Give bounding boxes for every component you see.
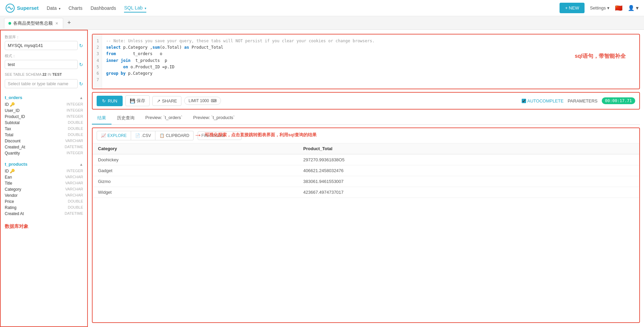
nav-charts[interactable]: Charts [69,4,82,12]
table-header-row: Category Product_Total [93,143,639,154]
filter-results-input[interactable] [198,131,242,140]
table-row: Widget 423667.4974737017 [93,187,639,198]
results-table: Category Product_Total Doohickey 297270.… [93,143,639,198]
table-row: DiscountVARCHAR [5,138,83,144]
superset-logo-icon [5,3,15,13]
autocomplete-toggle[interactable]: AUTOCOMPLETE [522,98,564,103]
t-orders-section: t_orders ▲ ID 🔑INTEGER User_IDINTEGER Pr… [5,94,83,156]
schema-select[interactable]: test [5,60,78,69]
line-numbers: 1234567 [93,34,102,89]
nav-right: + NEW Settings ▾ 🇨🇳 👤 ▾ [560,3,639,13]
table-row: Gizmo 383061.9461553007 [93,176,639,187]
toolbar-right: AUTOCOMPLETE PARAMETERS 00:00:17.71 [522,97,635,104]
content-wrapper: 各商品类型销售总额 × + 数据库： MYSQL mysql141 ↻ 模式： … [0,16,644,327]
table-row: Gadget 406621.2458032476 [93,165,639,176]
table-row: Product_IDINTEGER [5,114,83,120]
schema-refresh-button[interactable]: ↻ [79,62,83,67]
new-button[interactable]: + NEW [560,3,585,13]
limit-badge[interactable]: LIMIT 1000 ⌨ [184,97,221,105]
save-icon: 💾 [130,98,135,103]
results-tbody: Doohickey 297270.99361838O5 Gadget 40662… [93,154,639,198]
table-row: Created_AtDATETIME [5,144,83,150]
main-area: 数据库： MYSQL mysql141 ↻ 模式： test ↻ SEE TAB… [0,30,644,327]
table-select[interactable]: Select table or type table name [5,79,78,88]
settings-button[interactable]: Settings ▾ [590,5,610,10]
tab-preview-products[interactable]: Preview: `t_products` [188,112,240,124]
chart-icon: 📈 [101,133,106,138]
tab-bar: 各商品类型销售总额 × + [0,16,644,30]
t-products-chevron: ▲ [79,162,83,166]
table-row: TaxDOUBLE [5,126,83,132]
share-button[interactable]: ↗ SHARE [152,96,181,106]
clipboard-button[interactable]: 📋 CLIPBOARD [155,131,194,140]
table-row: SubtotalDOUBLE [5,120,83,126]
tab-label: 各商品类型销售总额 [13,20,53,26]
right-content: 1234567 -- Note: Unless you save your qu… [88,30,644,327]
parameters-button[interactable]: PARAMETERS [568,98,598,103]
csv-icon: 📄 [135,133,140,138]
table-row: TotalDOUBLE [5,132,83,138]
sql-toolbar: ↻ RUN 💾 保存 ↗ SHARE LIMIT 1000 ⌨ [92,92,640,110]
col-header-category: Category [93,143,298,154]
db-label: 数据库： [5,34,83,40]
language-flag[interactable]: 🇨🇳 [615,4,622,12]
db-select-row: MYSQL mysql141 ↻ [5,41,83,50]
logo-text: Superset [17,5,39,11]
t-products-label: t_products [5,162,27,167]
see-schema-label: SEE TABLE SCHEMA 22 IN TEST [5,72,83,76]
tab-close-button[interactable]: × [55,21,59,26]
table-row: Created AtDATETIME [5,211,83,217]
timer-badge: 00:00:17.71 [602,97,635,104]
t-orders-cols: ID 🔑INTEGER User_IDINTEGER Product_IDINT… [5,101,83,156]
save-button[interactable]: 💾 保存 [125,95,150,106]
table-row: QuantityINTEGER [5,150,83,156]
sql-code-area[interactable]: -- Note: Unless you save your query, the… [102,34,639,89]
csv-button[interactable]: 📄 .CSV [131,131,155,140]
results-content: 📈 EXPLORE 📄 .CSV 📋 CLIPBOARD [92,127,640,323]
left-sidebar: 数据库： MYSQL mysql141 ↻ 模式： test ↻ SEE TAB… [0,30,88,327]
schema-label: 模式： [5,53,83,59]
table-row: VendorVARCHAR [5,192,83,198]
table-row: CategoryVARCHAR [5,186,83,192]
tab-add-button[interactable]: + [65,18,74,28]
nav-data[interactable]: Data ▾ [47,4,60,12]
t-orders-chevron: ▲ [79,96,83,100]
user-menu[interactable]: 👤 ▾ [628,5,639,11]
table-row: EanVARCHAR [5,174,83,180]
explore-button[interactable]: 📈 EXPLORE [97,131,131,140]
sidebar-annotation: 数据库对象 [5,224,83,230]
table-select-row: Select table or type table name ↻ [5,79,83,88]
table-row: PriceDOUBLE [5,198,83,205]
tab-query[interactable]: 各商品类型销售总额 × [4,18,63,28]
db-refresh-button[interactable]: ↻ [79,43,83,48]
share-icon: ↗ [157,98,160,103]
table-row: Doohickey 297270.99361838O5 [93,154,639,165]
nav-sqllab[interactable]: SQL Lab ▾ [124,4,146,13]
table-row: TitleVARCHAR [5,180,83,186]
tab-results[interactable]: 结果 [92,112,112,124]
t-products-section: t_products ▲ ID 🔑INTEGER EanVARCHAR Titl… [5,160,83,217]
table-row: ID 🔑INTEGER [5,168,83,174]
autocomplete-checkbox[interactable] [522,99,526,103]
nav-dashboards[interactable]: Dashboards [91,4,116,12]
run-icon: ↻ [102,98,106,103]
results-tabs: 结果 历史查询 Preview: `t_orders` Preview: `t_… [92,112,640,125]
clipboard-icon: 📋 [159,133,165,138]
sql-editor[interactable]: 1234567 -- Note: Unless you save your qu… [93,34,639,89]
run-button[interactable]: ↻ RUN [97,96,123,106]
t-products-cols: ID 🔑INTEGER EanVARCHAR TitleVARCHAR Cate… [5,168,83,217]
t-orders-header[interactable]: t_orders ▲ [5,94,83,101]
top-nav: Superset Data ▾ Charts Dashboards SQL La… [0,0,644,16]
keyboard-icon: ⌨ [211,98,217,103]
tab-history[interactable]: 历史查询 [112,112,140,124]
col-header-total: Product_Total [298,143,639,154]
database-select[interactable]: MYSQL mysql141 [5,41,78,50]
t-orders-label: t_orders [5,95,22,100]
results-action-bar: 📈 EXPLORE 📄 .CSV 📋 CLIPBOARD [93,128,639,143]
logo[interactable]: Superset [5,3,39,13]
tab-active-dot [8,22,11,25]
tab-preview-orders[interactable]: Preview: `t_orders` [140,112,188,124]
sql-editor-container: 1234567 -- Note: Unless you save your qu… [92,34,640,89]
table-refresh-button[interactable]: ↻ [79,81,83,87]
t-products-header[interactable]: t_products ▲ [5,160,83,168]
